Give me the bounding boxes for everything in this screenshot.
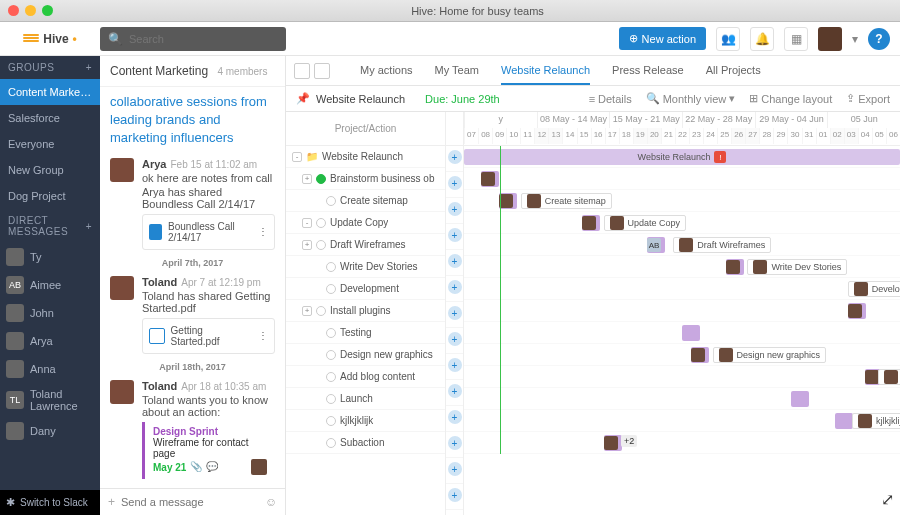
bar-label[interactable]: Update Copy (604, 215, 687, 231)
attachment[interactable]: Boundless Call 2/14/17⋮ (142, 214, 275, 250)
grid-view-icon[interactable] (294, 63, 310, 79)
task-checkbox[interactable] (326, 284, 336, 294)
sidebar-group[interactable]: Everyone (0, 131, 100, 157)
task-row[interactable]: Create sitemap (286, 190, 445, 212)
add-task-icon[interactable]: + (448, 280, 462, 294)
add-task-icon[interactable]: + (448, 150, 462, 164)
apps-icon[interactable]: ▦ (784, 27, 808, 51)
task-checkbox[interactable] (326, 328, 336, 338)
workspace-tab[interactable]: Press Release (612, 57, 684, 85)
task-checkbox[interactable] (326, 438, 336, 448)
plus-icon[interactable]: + (108, 495, 115, 509)
search-input[interactable] (129, 33, 278, 45)
task-checkbox[interactable] (326, 350, 336, 360)
gantt-bar[interactable]: Website Relaunch! (464, 149, 900, 165)
task-row[interactable]: +Brainstorm business ob (286, 168, 445, 190)
gantt-bar[interactable] (499, 193, 517, 209)
bar-label[interactable]: Design new graphics (713, 347, 827, 363)
add-task-icon[interactable]: + (448, 228, 462, 242)
attachment[interactable]: Getting Started.pdf⋮ (142, 318, 275, 354)
bar-label[interactable]: Draft Wireframes (673, 237, 771, 253)
bar-label[interactable]: kjlkjklijk (852, 413, 900, 429)
expand-toggle[interactable]: - (292, 152, 302, 162)
task-row[interactable]: Subaction (286, 432, 445, 454)
gantt-bar[interactable] (481, 171, 499, 187)
expand-icon[interactable]: ⤢ (881, 490, 894, 509)
add-task-icon[interactable]: + (448, 436, 462, 450)
workspace-tab[interactable]: My actions (360, 57, 413, 85)
more-icon[interactable]: ⋮ (258, 226, 268, 237)
gantt-bar[interactable] (848, 303, 866, 319)
maximize-window[interactable] (42, 5, 53, 16)
expand-toggle[interactable]: + (302, 174, 312, 184)
change-layout[interactable]: ⊞ Change layout (749, 92, 832, 105)
dm-item[interactable]: Arya (0, 327, 100, 355)
gantt-bar[interactable] (582, 215, 600, 231)
task-row[interactable]: Development (286, 278, 445, 300)
add-task-icon[interactable]: + (448, 332, 462, 346)
sidebar-group[interactable]: Dog Project (0, 183, 100, 209)
task-row[interactable]: -📁Website Relaunch (286, 146, 445, 168)
task-checkbox[interactable] (326, 372, 336, 382)
task-checkbox[interactable] (316, 218, 326, 228)
gantt-bar[interactable] (682, 325, 700, 341)
bar-label[interactable]: Add blog (878, 369, 900, 385)
workspace-tab[interactable]: My Team (435, 57, 479, 85)
task-row[interactable]: +Draft Wireframes (286, 234, 445, 256)
task-checkbox[interactable] (326, 394, 336, 404)
add-task-icon[interactable]: + (448, 462, 462, 476)
more-icon[interactable]: ⋮ (258, 330, 268, 341)
action-card[interactable]: Design SprintWireframe for contact pageM… (142, 422, 275, 479)
gantt-bar[interactable] (835, 413, 853, 429)
user-avatar[interactable] (818, 27, 842, 51)
task-row[interactable]: Write Dev Stories (286, 256, 445, 278)
task-checkbox[interactable] (326, 416, 336, 426)
help-icon[interactable]: ? (868, 28, 890, 50)
add-task-icon[interactable]: + (448, 358, 462, 372)
expand-toggle[interactable]: + (302, 306, 312, 316)
add-task-icon[interactable]: + (448, 410, 462, 424)
dm-item[interactable]: TLToland Lawrence (0, 383, 100, 417)
add-group-icon[interactable]: + (86, 62, 92, 73)
session-link[interactable]: collaborative sessions from leading bran… (110, 93, 275, 148)
minimize-window[interactable] (25, 5, 36, 16)
add-task-icon[interactable]: + (448, 176, 462, 190)
task-row[interactable]: -Update Copy (286, 212, 445, 234)
task-checkbox[interactable] (316, 174, 326, 184)
bar-label[interactable]: Write Dev Stories (747, 259, 847, 275)
new-action-button[interactable]: ⊕ New action (619, 27, 706, 50)
bar-label[interactable]: Create sitemap (521, 193, 612, 209)
emoji-icon[interactable]: ☺ (265, 495, 277, 509)
expand-toggle[interactable]: - (302, 218, 312, 228)
gantt-bar[interactable] (691, 347, 709, 363)
task-row[interactable]: Launch (286, 388, 445, 410)
gantt-bar[interactable] (726, 259, 744, 275)
search-box[interactable]: 🔍 (100, 27, 286, 51)
member-count[interactable]: 4 members (217, 66, 267, 77)
view-toggle[interactable]: 🔍 Monthly view ▾ (646, 92, 736, 105)
add-task-icon[interactable]: + (448, 306, 462, 320)
workspace-tab[interactable]: All Projects (706, 57, 761, 85)
gantt-bar[interactable] (791, 391, 809, 407)
details-button[interactable]: ≡ Details (589, 92, 632, 105)
brand[interactable]: Hive• (0, 32, 100, 46)
chevron-down-icon[interactable]: ▾ (852, 32, 858, 46)
gantt-bar[interactable]: AB (647, 237, 665, 253)
close-window[interactable] (8, 5, 19, 16)
add-task-icon[interactable]: + (448, 384, 462, 398)
pin-icon[interactable]: 📌 (296, 92, 310, 105)
export-button[interactable]: ⇪ Export (846, 92, 890, 105)
dm-item[interactable]: Anna (0, 355, 100, 383)
add-task-icon[interactable]: + (448, 254, 462, 268)
compose-box[interactable]: + ☺ (100, 488, 285, 515)
compose-input[interactable] (121, 496, 259, 508)
task-checkbox[interactable] (316, 306, 326, 316)
notifications-icon[interactable]: 🔔 (750, 27, 774, 51)
task-row[interactable]: +Install plugins (286, 300, 445, 322)
gantt-bar[interactable] (604, 435, 622, 451)
dm-item[interactable]: Dany (0, 417, 100, 445)
task-row[interactable]: Design new graphics (286, 344, 445, 366)
sidebar-group[interactable]: New Group (0, 157, 100, 183)
task-checkbox[interactable] (326, 262, 336, 272)
switch-to-slack[interactable]: ✱ Switch to Slack (0, 490, 100, 515)
